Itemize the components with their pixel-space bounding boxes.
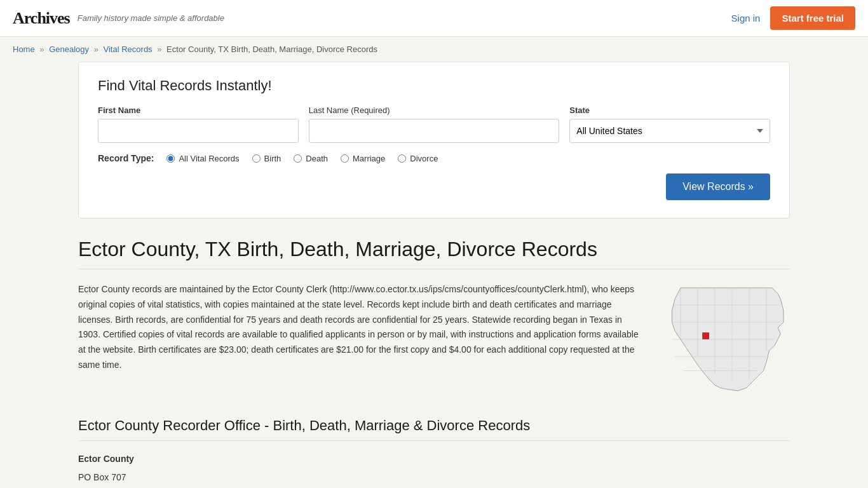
radio-marriage[interactable]: Marriage (341, 154, 385, 163)
last-name-label: Last Name (Required) (309, 105, 560, 115)
radio-all-vital[interactable]: All Vital Records (166, 154, 239, 163)
office-details: Ector County PO Box 707 Odessa, TX 79760… (78, 451, 790, 488)
record-type-label: Record Type: (98, 153, 154, 163)
title-divider (78, 269, 790, 269)
breadcrumb-current: Ector County, TX Birth, Death, Marriage,… (166, 44, 377, 54)
state-select[interactable]: All United States (569, 119, 770, 143)
section-title: Ector County Recorder Office - Birth, De… (78, 417, 790, 441)
tagline: Family history made simple & affordable (78, 13, 224, 23)
view-records-button[interactable]: View Records » (666, 173, 770, 200)
first-name-label: First Name (98, 105, 299, 115)
header-left: Archives Family history made simple & af… (13, 9, 224, 28)
search-title: Find Vital Records Instantly! (98, 78, 770, 94)
logo: Archives (13, 9, 70, 28)
radio-death[interactable]: Death (294, 154, 328, 163)
texas-map (663, 282, 790, 398)
radio-divorce[interactable]: Divorce (398, 154, 438, 163)
radio-divorce-label: Divorce (410, 154, 438, 163)
breadcrumb: Home » Genealogy » Vital Records » Ector… (0, 37, 868, 62)
radio-marriage-label: Marriage (353, 154, 385, 163)
last-name-group: Last Name (Required) (309, 105, 560, 143)
state-group: State All United States (569, 105, 770, 143)
breadcrumb-vital-records[interactable]: Vital Records (104, 44, 153, 54)
radio-birth-input[interactable] (252, 154, 261, 163)
page-content: Ector County, TX Birth, Death, Marriage,… (78, 238, 790, 488)
office-address1: PO Box 707 (78, 470, 790, 485)
main-content: Find Vital Records Instantly! First Name… (65, 62, 803, 488)
texas-map-svg (663, 282, 790, 396)
breadcrumb-sep3: » (157, 44, 161, 54)
last-name-input[interactable] (309, 119, 560, 143)
county-marker (702, 332, 709, 339)
state-label: State (569, 105, 770, 115)
header-right: Sign in Start free trial (731, 6, 855, 30)
first-name-group: First Name (98, 105, 299, 143)
radio-divorce-input[interactable] (398, 154, 406, 163)
radio-birth-label: Birth (264, 154, 281, 163)
radio-death-input[interactable] (294, 154, 302, 163)
breadcrumb-sep2: » (94, 44, 98, 54)
search-box: Find Vital Records Instantly! First Name… (78, 62, 790, 219)
breadcrumb-sep1: » (39, 44, 44, 54)
radio-all-vital-input[interactable] (166, 154, 175, 163)
office-address2: Odessa, TX 79760 (78, 485, 790, 488)
header: Archives Family history made simple & af… (0, 0, 868, 37)
content-area: Ector County records are maintained by t… (78, 282, 790, 398)
breadcrumb-genealogy[interactable]: Genealogy (49, 44, 89, 54)
first-name-input[interactable] (98, 119, 299, 143)
radio-death-label: Death (306, 154, 328, 163)
breadcrumb-home[interactable]: Home (13, 44, 35, 54)
office-name: Ector County (78, 451, 790, 467)
content-text: Ector County records are maintained by t… (78, 282, 644, 398)
view-records-row: View Records » (98, 173, 770, 200)
radio-marriage-input[interactable] (341, 154, 349, 163)
radio-birth[interactable]: Birth (252, 154, 281, 163)
start-trial-button[interactable]: Start free trial (770, 6, 855, 30)
search-fields: First Name Last Name (Required) State Al… (98, 105, 770, 143)
radio-all-vital-label: All Vital Records (179, 154, 239, 163)
page-title: Ector County, TX Birth, Death, Marriage,… (78, 238, 790, 261)
record-type-row: Record Type: All Vital Records Birth Dea… (98, 153, 770, 163)
sign-in-link[interactable]: Sign in (731, 13, 761, 24)
